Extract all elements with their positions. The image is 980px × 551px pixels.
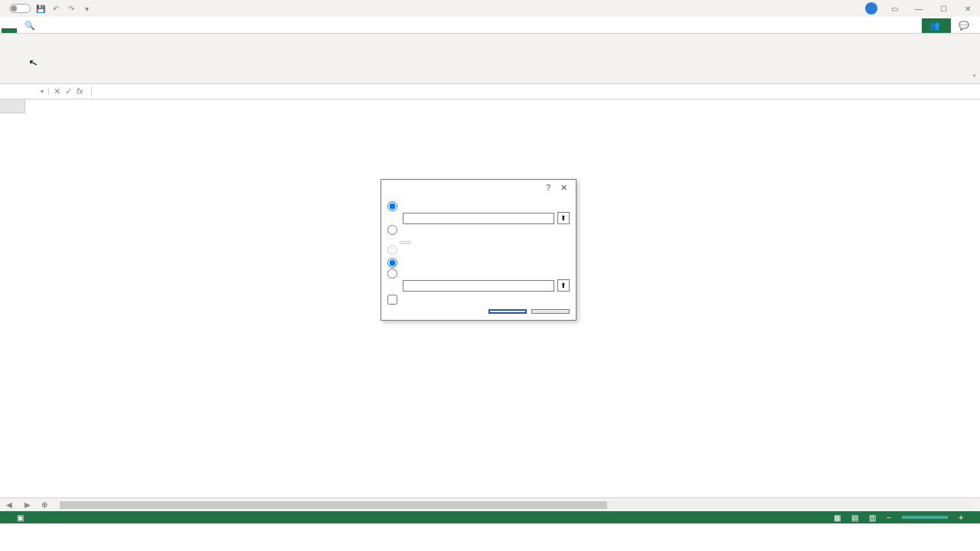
sheet-tab-bar: ◀ ▶ ⊕ — [0, 497, 980, 511]
share-button[interactable]: 👥 — [922, 18, 951, 33]
radio-datamodel-input — [387, 245, 397, 255]
dialog-close-icon[interactable]: ✕ — [556, 183, 571, 193]
macro-record-icon[interactable]: ▣ — [17, 514, 24, 522]
status-bar: ▣ ▦ ▤ ▥ − + — [0, 511, 980, 523]
checkbox-datamodel-input[interactable] — [387, 295, 397, 305]
view-pagebreak-icon[interactable]: ▥ — [869, 514, 876, 522]
zoom-out-icon[interactable]: − — [887, 514, 891, 522]
sheet-nav-prev[interactable]: ◀ — [0, 500, 18, 509]
radio-new-sheet-input[interactable] — [387, 258, 397, 268]
dialog-help-icon[interactable]: ? — [541, 183, 556, 192]
share-icon: 👥 — [929, 21, 940, 31]
radio-existing-input[interactable] — [387, 269, 397, 279]
zoom-slider[interactable] — [902, 516, 948, 519]
radio-existing-sheet[interactable] — [387, 269, 570, 279]
titlebar: 💾 ↶ ↷ ▾ ▭ — ☐ ✕ — [0, 0, 980, 17]
comments-button[interactable]: 💬 — [951, 18, 980, 33]
sheet-nav-next[interactable]: ▶ — [18, 500, 37, 509]
qat-dropdown-icon[interactable]: ▾ — [81, 5, 92, 13]
save-icon[interactable]: 💾 — [35, 5, 46, 13]
undo-icon[interactable]: ↶ — [51, 5, 61, 13]
ribbon-options-icon[interactable]: ▭ — [887, 5, 902, 13]
target-input[interactable] — [403, 280, 554, 292]
search-icon: 🔍 — [24, 21, 35, 30]
radio-table-range[interactable] — [387, 201, 570, 211]
target-picker-icon[interactable]: ⬆ — [557, 279, 570, 292]
autosave-toggle[interactable] — [9, 4, 31, 13]
fx-icon[interactable]: fx — [77, 86, 83, 96]
dialog-titlebar[interactable]: ? ✕ — [381, 180, 576, 195]
maximize-icon[interactable]: ☐ — [936, 5, 951, 13]
formula-bar: ✕ ✓ fx — [0, 84, 980, 99]
hscrollbar[interactable] — [60, 501, 972, 509]
comment-icon: 💬 — [959, 21, 969, 31]
minimize-icon[interactable]: — — [911, 5, 926, 13]
ribbon-collapse-icon[interactable]: ˄ — [968, 34, 980, 83]
redo-icon[interactable]: ↷ — [66, 5, 77, 13]
name-box[interactable] — [0, 88, 49, 95]
view-pagelayout-icon[interactable]: ▤ — [851, 514, 858, 522]
avatar[interactable] — [865, 2, 877, 15]
radio-new-sheet[interactable] — [387, 258, 570, 268]
checkbox-datamodel[interactable] — [387, 295, 570, 305]
ribbon-tabs: 🔍 👥 💬 — [0, 17, 980, 34]
radio-table-range-input[interactable] — [387, 201, 397, 211]
choose-connection-button — [400, 241, 410, 244]
range-picker-icon[interactable]: ⬆ — [557, 212, 570, 224]
radio-external-source[interactable] — [387, 225, 570, 235]
view-normal-icon[interactable]: ▦ — [834, 514, 841, 522]
confirm-formula-icon[interactable]: ✓ — [65, 86, 72, 96]
close-icon[interactable]: ✕ — [960, 5, 975, 13]
tab-datei[interactable] — [2, 28, 17, 33]
ribbon: ˄ — [0, 34, 980, 84]
select-all-corner[interactable] — [0, 99, 25, 113]
pivottable-dialog: ? ✕ ⬆ ⬆ — [381, 179, 577, 321]
search-tab[interactable]: 🔍 — [17, 18, 43, 33]
cancel-formula-icon[interactable]: ✕ — [54, 86, 60, 96]
radio-external-input[interactable] — [387, 225, 397, 235]
zoom-in-icon[interactable]: + — [959, 514, 963, 522]
add-sheet-button[interactable]: ⊕ — [37, 500, 52, 509]
radio-datamodel — [387, 245, 570, 255]
cancel-button[interactable] — [531, 309, 570, 314]
range-input[interactable] — [403, 213, 554, 224]
ok-button[interactable] — [488, 309, 527, 314]
